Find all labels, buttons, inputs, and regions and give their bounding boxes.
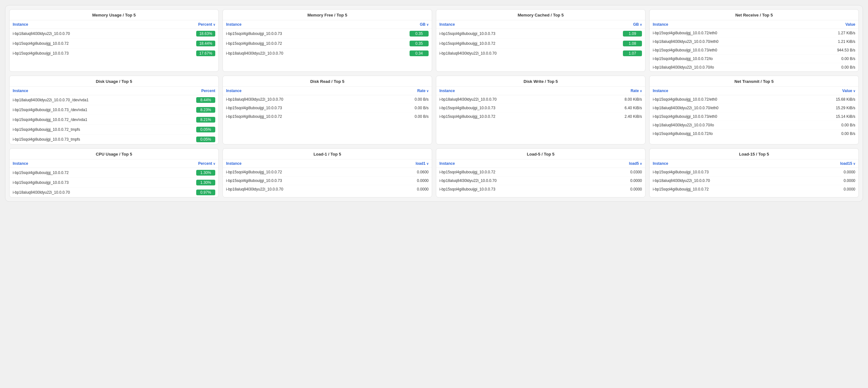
cell-instance-memory-cached-2: i-bp18aluq84l30ldyu22i_10.0.0.70 <box>436 49 585 58</box>
cell-instance-net-receive-2: i-bp15sqol4gi8ubouijgi_10.0.0.73/eth0 <box>650 46 805 55</box>
badge-disk-usage-3: 0.05% <box>196 127 215 132</box>
col-value-header-memory-cached[interactable]: GB <box>585 20 645 29</box>
col-value-header-cpu-usage[interactable]: Percent <box>159 159 218 168</box>
panel-title-load-15: Load-15 / Top 5 <box>650 149 859 159</box>
col-instance-header-cpu-usage: Instance <box>9 159 159 168</box>
col-value-header-memory-free[interactable]: GB <box>372 20 432 29</box>
table-disk-usage: InstancePercenti-bp18aluq84l30ldyu22i_10… <box>9 87 218 144</box>
table-row: i-bp15sqol4gi8ubouijgj_10.0.0.721.30% <box>9 168 218 178</box>
badge-cpu-usage-1: 1.30% <box>196 180 215 185</box>
badge-memory-free-1: 0.35 <box>409 41 429 47</box>
cell-instance-disk-read-1: i-bp15sqol4gi8ubouijgi_10.0.0.73 <box>223 104 381 112</box>
cell-instance-net-receive-4: i-bp18aluq84l30ldyu22i_10.0.0.70/lo <box>650 63 805 72</box>
panel-title-memory-usage: Memory Usage / Top 5 <box>9 9 218 20</box>
cell-value-net-transmit-4: 0.00 B/s <box>803 129 859 138</box>
table-row: i-bp15sqol4gi8ubouijgj_10.0.0.72/eth015.… <box>650 95 859 104</box>
cell-instance-memory-cached-0: i-bp15sqol4gi8ubouijgi_10.0.0.73 <box>436 29 585 39</box>
dashboard: Memory Usage / Top 5InstancePercenti-bp1… <box>5 5 863 202</box>
col-value-header-load-15[interactable]: load15 <box>806 159 859 168</box>
cell-instance-disk-usage-2: i-bp15sqol4gi8ubouijgj_10.0.0.72_/dev/vd… <box>9 115 169 125</box>
col-value-header-disk-write[interactable]: Rate <box>588 87 645 95</box>
cell-instance-disk-usage-4: i-bp15sqol4gi8ubouijgi_10.0.0.73_tmpfs <box>9 135 169 145</box>
badge-disk-usage-0: 8.44% <box>196 97 215 103</box>
cell-instance-memory-usage-0: i-bp18aluq84l30ldyu22i_10.0.0.70 <box>9 29 159 39</box>
cell-value-cpu-usage-1: 1.30% <box>159 178 218 188</box>
col-value-header-load-1[interactable]: load1 <box>383 159 432 168</box>
cell-instance-memory-usage-2: i-bp15sqol4gi8ubouijgi_10.0.0.73 <box>9 49 159 58</box>
cell-instance-cpu-usage-1: i-bp15sqol4gi8ubouijgi_10.0.0.73 <box>9 178 159 188</box>
col-value-header-load-5[interactable]: load5 <box>596 159 645 168</box>
table-row: i-bp15sqol4gi8ubouijgj_10.0.0.722.40 KiB… <box>436 112 645 121</box>
table-row: i-bp18aluq84l30ldyu22i_10.0.0.700.34 <box>223 49 432 58</box>
cell-instance-load-5-0: i-bp15sqol4gi8ubouijgj_10.0.0.72 <box>436 168 596 177</box>
cell-instance-load-15-1: i-bp18aluq84l30ldyu22i_10.0.0.70 <box>650 177 806 185</box>
panel-title-disk-write: Disk Write / Top 5 <box>436 76 645 87</box>
table-row: i-bp18aluq84l30ldyu22i_10.0.0.70/eth015.… <box>650 104 859 112</box>
table-row: i-bp18aluq84l30ldyu22i_10.0.0.708.00 KiB… <box>436 95 645 104</box>
cell-instance-memory-cached-1: i-bp15sqol4gi8ubouijgj_10.0.0.72 <box>436 39 585 49</box>
table-row: i-bp18aluq84l30ldyu22i_10.0.0.7018.63% <box>9 29 218 39</box>
cell-value-disk-usage-1: 8.23% <box>169 105 218 115</box>
col-value-header-memory-usage[interactable]: Percent <box>159 20 218 29</box>
col-value-header-net-receive: Value <box>805 20 859 29</box>
cell-value-memory-free-1: 0.35 <box>372 39 432 49</box>
table-row: i-bp18aluq84l30ldyu22i_10.0.0.700.0000 <box>436 177 645 185</box>
cell-value-load-1-0: 0.0600 <box>383 168 432 177</box>
cell-value-net-receive-2: 944.53 B/s <box>805 46 859 55</box>
col-value-header-net-transmit[interactable]: Value <box>803 87 859 95</box>
table-load-5: Instanceload5i-bp15sqol4gi8ubouijgj_10.0… <box>436 159 645 193</box>
table-row: i-bp15sqol4gi8ubouijgj_10.0.0.720.0000 <box>650 185 859 194</box>
cell-instance-disk-write-0: i-bp18aluq84l30ldyu22i_10.0.0.70 <box>436 95 588 104</box>
table-row: i-bp15sqol4gi8ubouijgi_10.0.0.736.40 KiB… <box>436 104 645 112</box>
cell-instance-memory-free-2: i-bp18aluq84l30ldyu22i_10.0.0.70 <box>223 49 372 58</box>
cell-instance-net-receive-3: i-bp15sqol4gi8ubouijgj_10.0.0.72/lo <box>650 55 805 63</box>
cell-value-disk-write-2: 2.40 KiB/s <box>588 112 645 121</box>
col-instance-header-load-1: Instance <box>223 159 383 168</box>
col-instance-header-disk-read: Instance <box>223 87 381 95</box>
cell-value-net-transmit-0: 15.68 KiB/s <box>803 95 859 104</box>
cell-instance-load-15-2: i-bp15sqol4gi8ubouijgj_10.0.0.72 <box>650 185 806 194</box>
table-row: i-bp15sqol4gi8ubouijgj_10.0.0.72_/dev/vd… <box>9 115 218 125</box>
cell-instance-cpu-usage-0: i-bp15sqol4gi8ubouijgj_10.0.0.72 <box>9 168 159 178</box>
cell-instance-net-receive-0: i-bp15sqol4gi8ubouijgj_10.0.0.72/eth0 <box>650 29 805 37</box>
badge-memory-usage-1: 18.44% <box>196 41 215 47</box>
cell-instance-load-1-1: i-bp15sqol4gi8ubouijgi_10.0.0.73 <box>223 177 383 185</box>
cell-instance-disk-read-0: i-bp18aluq84l30ldyu22i_10.0.0.70 <box>223 95 381 104</box>
table-row: i-bp15sqol4gi8ubouijgi_10.0.0.730.0000 <box>436 185 645 194</box>
cell-value-disk-usage-0: 8.44% <box>169 95 218 105</box>
cell-instance-net-transmit-1: i-bp18aluq84l30ldyu22i_10.0.0.70/eth0 <box>650 104 803 112</box>
table-load-15: Instanceload15i-bp15sqol4gi8ubouijgi_10.… <box>650 159 859 193</box>
table-net-receive: InstanceValuei-bp15sqol4gi8ubouijgj_10.0… <box>650 20 859 71</box>
cell-instance-load-5-1: i-bp18aluq84l30ldyu22i_10.0.0.70 <box>436 177 596 185</box>
table-row: i-bp15sqol4gi8ubouijgj_10.0.0.72/lo0.00 … <box>650 55 859 63</box>
cell-value-load-15-0: 0.0000 <box>806 168 859 177</box>
cell-value-memory-cached-1: 1.08 <box>585 39 645 49</box>
table-row: i-bp18aluq84l30ldyu22i_10.0.0.70_/dev/vd… <box>9 95 218 105</box>
col-instance-header-net-transmit: Instance <box>650 87 803 95</box>
table-row: i-bp15sqol4gi8ubouijgi_10.0.0.730.35 <box>223 29 432 39</box>
cell-instance-disk-read-2: i-bp15sqol4gi8ubouijgj_10.0.0.72 <box>223 112 381 121</box>
cell-value-load-1-2: 0.0000 <box>383 185 432 194</box>
panel-net-transmit: Net Transmit / Top 5InstanceValuei-bp15s… <box>649 76 859 145</box>
cell-value-memory-usage-0: 18.63% <box>159 29 218 39</box>
table-row: i-bp15sqol4gi8ubouijgi_10.0.0.730.0000 <box>223 177 432 185</box>
badge-disk-usage-4: 0.05% <box>196 137 215 142</box>
col-value-header-disk-read[interactable]: Rate <box>381 87 432 95</box>
cell-value-net-transmit-2: 15.14 KiB/s <box>803 112 859 121</box>
table-row: i-bp18aluq84l30ldyu22i_10.0.0.701.07 <box>436 49 645 58</box>
cell-value-net-transmit-1: 15.29 KiB/s <box>803 104 859 112</box>
cell-value-load-5-0: 0.0300 <box>596 168 645 177</box>
cell-value-disk-read-2: 0.00 B/s <box>381 112 432 121</box>
cell-value-load-5-1: 0.0000 <box>596 177 645 185</box>
cell-value-cpu-usage-0: 1.30% <box>159 168 218 178</box>
table-disk-write: InstanceRatei-bp18aluq84l30ldyu22i_10.0.… <box>436 87 645 121</box>
cell-value-load-15-2: 0.0000 <box>806 185 859 194</box>
badge-memory-free-0: 0.35 <box>409 31 429 36</box>
cell-instance-memory-usage-1: i-bp15sqol4gi8ubouijgj_10.0.0.72 <box>9 39 159 49</box>
table-row: i-bp15sqol4gi8ubouijgi_10.0.0.731.09 <box>436 29 645 39</box>
cell-value-memory-free-0: 0.35 <box>372 29 432 39</box>
cell-value-memory-usage-2: 17.67% <box>159 49 218 58</box>
table-cpu-usage: InstancePercenti-bp15sqol4gi8ubouijgj_10… <box>9 159 218 197</box>
table-row: i-bp18aluq84l30ldyu22i_10.0.0.70/lo0.00 … <box>650 63 859 72</box>
cell-value-net-receive-3: 0.00 B/s <box>805 55 859 63</box>
